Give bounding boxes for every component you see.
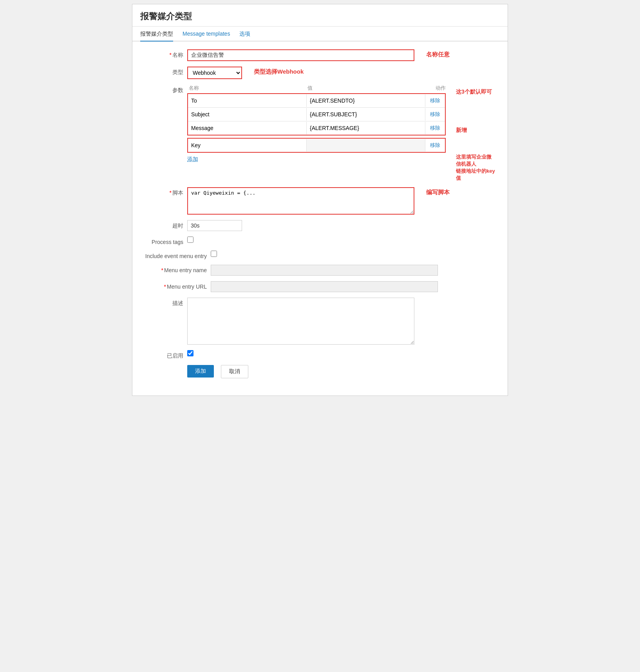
buttons-row: 添加 取消 <box>187 365 496 378</box>
param-subject-name[interactable] <box>188 108 307 121</box>
params-row: 参数 名称 值 动作 移除 <box>144 85 496 182</box>
remove-subject-action[interactable]: 移除 <box>425 108 445 121</box>
param-key-name[interactable] <box>188 139 307 152</box>
include-event-checkbox[interactable] <box>211 251 217 257</box>
menu-entry-url-row: *Menu entry URL <box>144 281 496 292</box>
timeout-row: 超时 <box>144 220 496 231</box>
tab-bar: 报警媒介类型 Message templates 选项 <box>132 27 508 42</box>
timeout-input[interactable] <box>187 220 242 231</box>
name-label: *名称 <box>144 49 183 59</box>
process-tags-checkbox-row <box>187 237 193 243</box>
menu-entry-name-required: * <box>161 267 163 273</box>
params-header: 名称 值 动作 <box>187 85 446 93</box>
key-param-row: 移除 <box>187 138 446 153</box>
param-message-value[interactable] <box>307 122 425 134</box>
enabled-label: 已启用 <box>144 350 183 359</box>
script-required: * <box>170 190 172 196</box>
submit-button[interactable]: 添加 <box>187 365 214 378</box>
type-row: 类型 Webhook Email SMS Script 类型选择Webhook <box>144 67 496 79</box>
params-header-value-label: 值 <box>307 85 426 92</box>
include-event-checkbox-row <box>211 251 217 257</box>
menu-entry-url-label: *Menu entry URL <box>144 281 207 290</box>
annotation-type: 类型选择Webhook <box>254 67 304 76</box>
tab-media-type[interactable]: 报警媒介类型 <box>140 27 173 42</box>
remove-message-action[interactable]: 移除 <box>425 121 445 135</box>
remove-key-action[interactable]: 移除 <box>425 139 445 152</box>
script-textarea[interactable]: var Qiyeweixin = {... <box>187 187 414 215</box>
params-main: 名称 值 动作 移除 移除 <box>187 85 446 163</box>
tab-options[interactable]: 选项 <box>239 27 250 42</box>
menu-entry-url-input[interactable] <box>211 281 438 292</box>
cancel-button[interactable]: 取消 <box>221 365 248 378</box>
description-row: 描述 <box>144 298 496 345</box>
name-required: * <box>170 52 172 58</box>
menu-entry-name-row: *Menu entry name <box>144 265 496 276</box>
remove-to-action[interactable]: 移除 <box>425 94 445 107</box>
params-annotations: 这3个默认即可 新增 这里填写企业微信机器人 链接地址中的key值 <box>456 85 496 182</box>
default-params-container: 移除 移除 移除 <box>187 93 446 135</box>
table-row: 移除 <box>188 108 445 121</box>
param-subject-value[interactable] <box>307 108 425 121</box>
annotation-key: 这里填写企业微信机器人 链接地址中的key值 <box>456 154 496 182</box>
menu-entry-name-input[interactable] <box>211 265 438 276</box>
annotation-params: 这3个默认即可 <box>456 89 496 96</box>
annotation-name: 名称任意 <box>426 49 450 58</box>
param-key-value[interactable] <box>307 139 425 152</box>
enabled-row: 已启用 <box>144 350 496 359</box>
script-row: *脚本 var Qiyeweixin = {... 编写脚本 <box>144 187 496 215</box>
timeout-label: 超时 <box>144 220 183 229</box>
page-title: 报警媒介类型 <box>132 4 508 27</box>
param-message-name[interactable] <box>188 122 307 134</box>
add-param-button[interactable]: 添加 <box>187 156 198 162</box>
table-row: 移除 <box>188 121 445 135</box>
params-header-action-label: 动作 <box>426 85 446 92</box>
description-textarea[interactable] <box>187 298 414 345</box>
annotation-new: 新增 <box>456 127 496 134</box>
param-to-value[interactable] <box>307 94 425 107</box>
name-input[interactable] <box>187 49 414 61</box>
tab-message-templates[interactable]: Message templates <box>183 27 230 42</box>
process-tags-label: Process tags <box>144 237 183 245</box>
annotation-script: 编写脚本 <box>426 187 450 196</box>
menu-entry-url-required: * <box>164 284 166 290</box>
include-event-label: Include event menu entry <box>144 251 207 259</box>
include-event-row: Include event menu entry <box>144 251 496 259</box>
add-row: 添加 <box>187 156 446 163</box>
enabled-checkbox-row <box>187 350 193 356</box>
enabled-checkbox[interactable] <box>187 350 193 356</box>
process-tags-row: Process tags <box>144 237 496 245</box>
params-header-name-label: 名称 <box>187 85 307 92</box>
type-select[interactable]: Webhook Email SMS Script <box>187 67 242 79</box>
table-row: 移除 <box>188 94 445 108</box>
name-row: *名称 名称任意 <box>144 49 496 61</box>
params-label: 参数 <box>144 85 183 94</box>
process-tags-checkbox[interactable] <box>187 237 193 243</box>
form-area: *名称 名称任意 类型 Webhook Email SMS Script 类型选… <box>132 42 508 396</box>
page-wrapper: 报警媒介类型 报警媒介类型 Message templates 选项 *名称 名… <box>132 4 508 396</box>
type-label: 类型 <box>144 67 183 76</box>
menu-entry-name-label: *Menu entry name <box>144 265 207 273</box>
description-label: 描述 <box>144 298 183 307</box>
script-label: *脚本 <box>144 187 183 197</box>
param-to-name[interactable] <box>188 94 307 107</box>
